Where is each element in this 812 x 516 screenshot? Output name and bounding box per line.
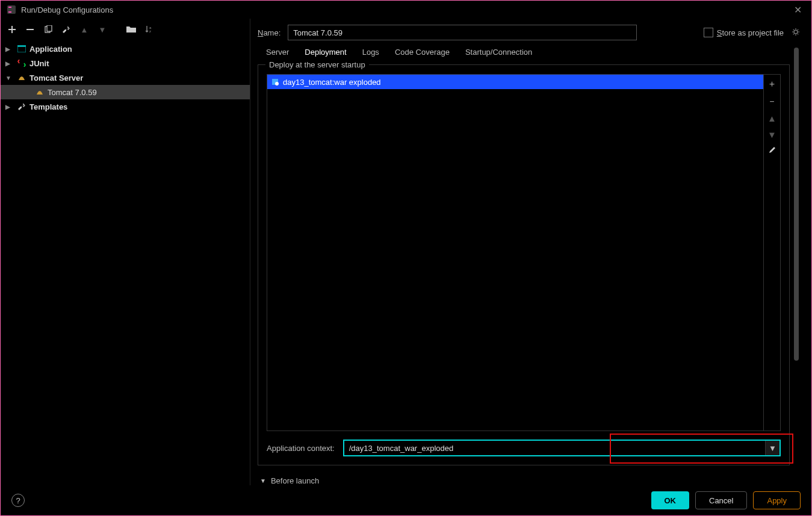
- tomcat-icon: [34, 89, 45, 96]
- wrench-icon[interactable]: [60, 23, 73, 36]
- name-label: Name:: [258, 28, 280, 37]
- artifact-icon: [271, 78, 279, 86]
- svg-text:z: z: [149, 30, 151, 33]
- checkbox-icon[interactable]: [704, 28, 713, 37]
- chevron-right-icon: ▶: [5, 60, 14, 67]
- svg-rect-4: [47, 25, 52, 31]
- scrollbar-thumb[interactable]: [794, 48, 799, 361]
- svg-point-12: [275, 82, 279, 85]
- svg-rect-9: [17, 45, 26, 47]
- svg-rect-1: [8, 7, 11, 8]
- tomcat-icon: [16, 74, 27, 81]
- name-row: Name: Store as project file: [258, 25, 801, 40]
- tree-item-tomcat-7059[interactable]: Tomcat 7.0.59: [1, 85, 250, 99]
- store-label: Store as project file: [717, 28, 784, 37]
- sort-icon[interactable]: az: [143, 23, 156, 36]
- tree-label: Templates: [29, 102, 67, 111]
- add-icon[interactable]: [5, 23, 19, 36]
- remove-icon[interactable]: －: [767, 96, 776, 107]
- tree-label: Application: [29, 45, 72, 54]
- move-up-icon[interactable]: ▲: [78, 23, 91, 36]
- chevron-down-icon: ▼: [260, 477, 266, 484]
- tree-item-templates[interactable]: ▶ Templates: [1, 99, 250, 114]
- artifact-list[interactable]: day13_tomcat:war exploded: [267, 74, 764, 431]
- name-input[interactable]: [288, 25, 637, 40]
- copy-icon[interactable]: [42, 23, 55, 36]
- application-context-row: Application context: ▼: [267, 440, 781, 456]
- tree-label: JUnit: [29, 59, 49, 68]
- titlebar: Run/Debug Configurations ✕: [1, 1, 811, 19]
- chevron-down-icon[interactable]: ▼: [765, 441, 779, 455]
- close-icon[interactable]: ✕: [790, 4, 805, 16]
- config-tree: ▶ Application ▶ JUnit ▼ Tomcat Server To…: [1, 40, 250, 485]
- ok-button[interactable]: OK: [651, 491, 690, 509]
- wrench-icon: [16, 102, 27, 111]
- svg-point-10: [794, 30, 798, 34]
- cancel-button[interactable]: Cancel: [695, 491, 747, 509]
- application-icon: [16, 45, 27, 52]
- add-icon[interactable]: ＋: [767, 78, 776, 90]
- tab-code-coverage[interactable]: Code Coverage: [395, 48, 450, 64]
- store-as-project-file[interactable]: Store as project file: [704, 27, 801, 39]
- artifact-toolbar: ＋ － ▲ ▼: [764, 74, 781, 431]
- tree-label: Tomcat Server: [29, 73, 83, 82]
- application-context-label: Application context:: [267, 444, 335, 453]
- move-down-icon[interactable]: ▼: [767, 129, 776, 140]
- before-launch-section[interactable]: ▼ Before launch: [258, 476, 790, 485]
- gear-icon[interactable]: [791, 27, 801, 39]
- svg-rect-2: [8, 11, 11, 13]
- tab-startup-connection[interactable]: Startup/Connection: [465, 48, 532, 64]
- move-down-icon[interactable]: ▼: [96, 23, 109, 36]
- tree-label: Tomcat 7.0.59: [48, 88, 97, 97]
- svg-text:+: +: [134, 25, 136, 30]
- folder-icon[interactable]: +: [125, 23, 138, 36]
- artifact-row[interactable]: day13_tomcat:war exploded: [267, 75, 763, 89]
- tree-item-tomcat-server[interactable]: ▼ Tomcat Server: [1, 70, 250, 85]
- dialog-footer: ? OK Cancel Apply: [1, 485, 811, 515]
- deployment-panel: Deploy at the server startup day13_tomca…: [258, 64, 790, 465]
- deploy-title: Deploy at the server startup: [265, 60, 369, 69]
- move-up-icon[interactable]: ▲: [767, 113, 776, 123]
- vertical-scrollbar[interactable]: [792, 48, 801, 485]
- chevron-down-icon: ▼: [5, 75, 14, 81]
- tree-item-application[interactable]: ▶ Application: [1, 42, 250, 56]
- chevron-right-icon: ▶: [5, 46, 14, 52]
- artifact-label: day13_tomcat:war exploded: [283, 78, 381, 87]
- window-title: Run/Debug Configurations: [21, 5, 790, 14]
- junit-icon: [16, 60, 27, 67]
- application-context-input[interactable]: [344, 441, 765, 455]
- sidebar-toolbar: ▲ ▼ + az: [1, 19, 250, 40]
- edit-icon[interactable]: [768, 146, 776, 156]
- tree-item-junit[interactable]: ▶ JUnit: [1, 56, 250, 70]
- before-launch-label: Before launch: [271, 476, 319, 485]
- application-context-combo[interactable]: ▼: [343, 440, 781, 456]
- sidebar: ▲ ▼ + az ▶ Application ▶ JUnit ▼: [1, 19, 250, 485]
- help-button[interactable]: ?: [11, 494, 25, 507]
- config-editor: Name: Store as project file Server Deplo…: [250, 19, 811, 485]
- apply-button[interactable]: Apply: [753, 491, 801, 509]
- remove-icon[interactable]: [23, 23, 37, 36]
- intellij-icon: [7, 5, 16, 14]
- chevron-right-icon: ▶: [5, 104, 14, 110]
